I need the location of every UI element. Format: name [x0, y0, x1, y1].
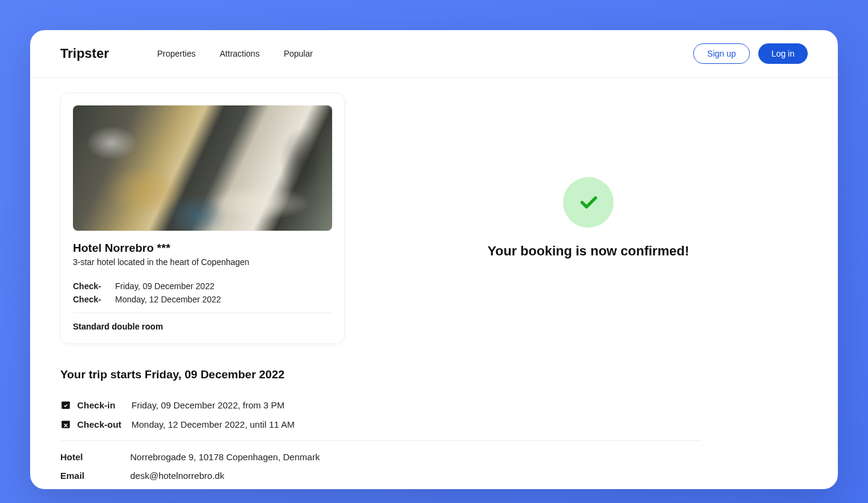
svg-rect-1: [61, 402, 70, 404]
left-column: Hotel Norrebro *** 3-star hotel located …: [60, 93, 345, 489]
trip-checkin-row: Check-in Friday, 09 December 2022, from …: [60, 399, 345, 410]
hotel-email-row: Email desk@hotelnorrebro.dk: [60, 470, 345, 481]
auth-buttons: Sign up Log in: [693, 43, 808, 64]
confirmation-message: Your booking is now confirmed!: [488, 243, 689, 259]
card-checkin-row: Check- Friday, 09 December 2022: [73, 281, 332, 291]
svg-rect-3: [61, 421, 70, 423]
card-check-rows: Check- Friday, 09 December 2022 Check- M…: [73, 281, 332, 304]
hotel-image: [73, 105, 332, 231]
room-type: Standard double room: [73, 322, 332, 331]
logo[interactable]: Tripster: [60, 46, 109, 61]
hotel-email-label: Email: [60, 470, 130, 481]
nav-properties[interactable]: Properties: [157, 49, 196, 58]
login-button[interactable]: Log in: [758, 43, 808, 64]
trip-checkout-row: Check-out Monday, 12 December 2022, unti…: [60, 419, 345, 430]
hotel-address-row: Hotel Norrebrogade 9, 10178 Copenhagen, …: [60, 452, 345, 462]
app-container: Tripster Properties Attractions Popular …: [30, 30, 838, 489]
hotel-name: Hotel Norrebro ***: [73, 242, 332, 255]
main-nav: Properties Attractions Popular: [157, 49, 694, 58]
card-checkin-value: Friday, 09 December 2022: [115, 281, 215, 291]
trip-checkout-label: Check-out: [77, 419, 131, 430]
card-checkout-row: Check- Monday, 12 December 2022: [73, 295, 332, 304]
hotel-address-value: Norrebrogade 9, 10178 Copenhagen, Denmar…: [130, 452, 319, 462]
main-content: Hotel Norrebro *** 3-star hotel located …: [30, 78, 838, 489]
calendar-check-icon: [60, 399, 71, 410]
trip-checkout-value: Monday, 12 December 2022, until 11 AM: [131, 419, 295, 430]
calendar-x-icon: [60, 419, 71, 430]
trip-checkin-value: Friday, 09 December 2022, from 3 PM: [131, 400, 285, 410]
card-checkout-value: Monday, 12 December 2022: [115, 295, 221, 304]
hotel-description: 3-star hotel located in the heart of Cop…: [73, 257, 332, 267]
success-circle: [563, 177, 614, 228]
card-divider: [73, 313, 332, 313]
hotel-email-value: desk@hotelnorrebro.dk: [130, 470, 224, 481]
header: Tripster Properties Attractions Popular …: [30, 30, 838, 78]
check-icon: [577, 192, 599, 213]
card-checkin-label: Check-: [73, 281, 115, 291]
trip-checkin-label: Check-in: [77, 400, 131, 410]
nav-attractions[interactable]: Attractions: [220, 49, 260, 58]
hotel-address-label: Hotel: [60, 452, 130, 462]
booking-summary-card: Hotel Norrebro *** 3-star hotel located …: [60, 93, 345, 344]
signup-button[interactable]: Sign up: [693, 43, 749, 64]
card-checkout-label: Check-: [73, 295, 115, 304]
trip-start-heading: Your trip starts Friday, 09 December 202…: [60, 368, 345, 381]
nav-popular[interactable]: Popular: [284, 49, 313, 58]
right-column: Your booking is now confirmed!: [369, 93, 808, 489]
trip-detail-rows: Check-in Friday, 09 December 2022, from …: [60, 399, 345, 430]
